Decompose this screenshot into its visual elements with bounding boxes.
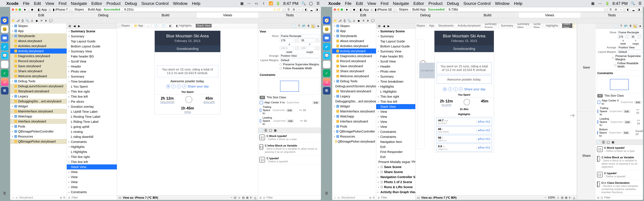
dock-music-icon[interactable]: ♫ (1, 78, 8, 86)
tree-row[interactable]: Record.storyboard (10, 58, 66, 64)
layout-margins-popup[interactable]: Default (280, 58, 319, 62)
tree-row[interactable]: Storyboard.storyboard (10, 89, 66, 94)
y-field[interactable]: 35 (300, 39, 314, 42)
dock-finder-icon[interactable]: 😃 (1, 26, 8, 33)
outline-row[interactable]: ▸Header (67, 64, 117, 69)
snippet-row[interactable]: { }C typedef - Define a typedef. (258, 155, 321, 165)
menu-find[interactable]: Find (58, 1, 66, 6)
tree-row[interactable]: ▾Legacy (10, 94, 66, 99)
tab-build[interactable]: Build (134, 12, 197, 18)
jump-seg[interactable]: Slopes (416, 24, 425, 27)
highlight-run-button[interactable]: ▸Run #12 (476, 137, 490, 141)
outline-row[interactable]: ▾Highlights (376, 84, 415, 89)
facebook-icon[interactable]: f (172, 84, 176, 88)
snippet-row[interactable]: { }C Inline Block as Variable - Save a b… (258, 142, 321, 155)
tree-row[interactable]: Storyboard.storyboard (332, 89, 376, 94)
jump-warning-badge[interactable]: ⚠︎ 1 (573, 24, 576, 28)
outline-row[interactable]: ▸Header (376, 64, 415, 69)
code-snippet-library-icon[interactable]: {} (264, 128, 268, 132)
tree-row[interactable]: ▾Watchapp (332, 114, 376, 119)
outline-row[interactable]: ▸Thin line left (67, 94, 117, 99)
constraint-row[interactable]: Leading Space to: Superview Edit >= 16 (260, 116, 319, 126)
tree-row[interactable]: About.storyboard (10, 38, 66, 44)
zoom-out-icon[interactable]: − (230, 196, 232, 199)
run-button[interactable]: ▶ (344, 8, 350, 12)
tree-row[interactable]: ▾Debug Tools (332, 79, 376, 84)
tree-row[interactable]: ▾Legacy (332, 94, 376, 99)
align-icon[interactable]: ⊞ (246, 196, 248, 200)
media-library-icon[interactable]: ▦ (273, 128, 277, 132)
outline-row[interactable]: L Riding Time Label (67, 119, 117, 124)
outline-row[interactable]: ▾Scroll View (67, 59, 117, 64)
tree-row[interactable]: ▾Slopes (332, 24, 376, 28)
tree-row[interactable]: Save.storyboard (10, 64, 66, 68)
tree-row[interactable]: ▾Resources (10, 134, 66, 139)
outline-row[interactable]: Navigation Item (376, 139, 415, 144)
tree-row[interactable]: Activity.storyboard (332, 48, 376, 54)
object-library-icon[interactable]: ◯ (268, 128, 272, 132)
constraint-row[interactable]: Trailing Space to: Superview Edit >= 16 (597, 106, 641, 117)
tree-row[interactable]: MainInterface.storyboard (332, 109, 376, 114)
outline-row[interactable]: L resting (67, 129, 117, 134)
tab-debug[interactable]: Debug (72, 12, 134, 18)
outline-row[interactable]: ▸Thin line left (67, 160, 117, 164)
outline-row[interactable]: ▸Thin line left (376, 99, 415, 104)
outline-row[interactable]: Present Modally segue "Photo" to… (376, 160, 415, 164)
scene-row[interactable]: ▸Navigation Controller Scene⚠︎ (376, 174, 415, 180)
tree-row[interactable]: QBImagePicker.storyboard (10, 139, 66, 144)
outline-row[interactable]: L Resting Time Label (67, 114, 117, 119)
clear-filter-icon[interactable]: ⊗ (60, 196, 62, 200)
zoom-100-icon[interactable]: ⊡ (234, 196, 236, 200)
jump-seg[interactable]: Summary (501, 24, 513, 27)
identity-inspector-icon[interactable]: 🪪 (302, 24, 306, 28)
add-icon[interactable]: ＋ (12, 196, 14, 200)
menu-file[interactable]: File (23, 1, 30, 6)
interface-builder-canvas[interactable]: Slopes〉App〉Storyboards〉Activity.storyboa… (416, 24, 577, 200)
device-config-toggle[interactable]: ▭ (118, 196, 121, 200)
embed-in-icon[interactable]: ⊟ (242, 196, 244, 200)
tree-row[interactable]: QBImagePicker.storyboard (332, 139, 376, 144)
tab-edit[interactable]: Edit (10, 12, 72, 18)
outline-row[interactable]: L going uphill (67, 124, 117, 129)
scene-row[interactable]: ▸Save Scene (376, 164, 415, 170)
menu-product[interactable]: Product (106, 1, 121, 6)
outline-row[interactable]: ▸Thin line right (67, 154, 117, 160)
status-grid-icon[interactable]: ▦ (240, 2, 244, 6)
tree-row[interactable]: ▾QBImagePickerController (10, 129, 66, 134)
x-field[interactable]: 179 (280, 39, 294, 42)
status-battery-icon[interactable]: 🔋 (276, 2, 280, 6)
file-inspector-icon[interactable]: 📄 (292, 24, 296, 28)
tree-row[interactable]: Interface.storyboard (10, 119, 66, 124)
tree-row[interactable]: Share.storyboard (332, 68, 376, 74)
jump-bar[interactable]: ⬚ Slopes〉 📁 App〉 … 〉 📄〉 📄〉 ◧〉 ◧ Highligh… (117, 24, 258, 28)
dock-slack-icon[interactable]: S (1, 60, 8, 68)
scene-row[interactable]: ▸Photo 1 of 2 Scene (376, 180, 415, 184)
tree-row[interactable]: ▾Storyboards (10, 34, 66, 38)
outline-row[interactable]: ▾Stack View (376, 104, 415, 109)
status-clock[interactable]: 8:47 PM (283, 1, 298, 6)
menu-editor[interactable]: Editor (92, 1, 102, 6)
outline-row[interactable]: ▾Summary (67, 34, 117, 39)
constraint-row[interactable]: Leading Space to: Superview Edit >= 16 (597, 117, 641, 127)
dock-messages-icon[interactable]: 💬 (1, 52, 8, 59)
connections-inspector-icon[interactable]: ➜ (316, 24, 320, 28)
stop-button[interactable]: ◼ (351, 8, 357, 12)
size-class-all-pill[interactable]: All (260, 96, 265, 99)
dock-safari-icon[interactable]: 🧭 (1, 17, 8, 24)
window-controls[interactable] (12, 8, 21, 11)
tree-row[interactable]: Welcome.storyboard (10, 74, 66, 79)
source-control-navigator-icon[interactable]: ⎇ (16, 19, 20, 22)
status-wifi-icon[interactable]: 📶 (269, 2, 273, 6)
outline-row[interactable]: Top Layout Guide (67, 39, 117, 44)
outline-row[interactable]: ▸View (376, 119, 415, 124)
tree-row[interactable]: DebugLaunchScreen.storyboard (332, 84, 376, 89)
tree-row[interactable]: Diagnostics.storyboard (332, 54, 376, 58)
status-cloud-icon[interactable]: ⋯ (247, 2, 251, 6)
notification-center-icon[interactable]: ☰ (316, 2, 320, 6)
jump-seg[interactable]: Scroll View (534, 24, 542, 28)
h-field[interactable]: 180 (300, 46, 314, 50)
canvas-view-as-label[interactable]: View as: iPhone 7 (℃ ⌘R) (123, 196, 158, 200)
scene-row[interactable]: ▸Activity Run Graph View Controller… (376, 190, 415, 194)
outline-row[interactable]: ▸View (376, 114, 415, 119)
scheme-target[interactable]: ◧ App (36, 7, 48, 12)
